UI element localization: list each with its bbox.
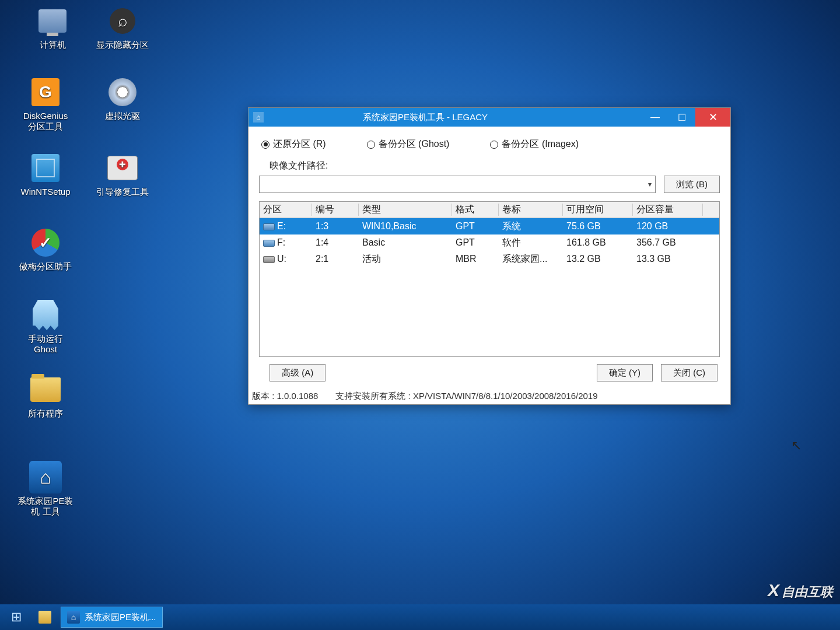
radio-dot-icon <box>367 141 375 149</box>
taskbar-item-pe-installer[interactable]: ⌂系统家园PE装机... <box>61 607 163 628</box>
drive-icon <box>263 256 275 263</box>
titlebar[interactable]: ⌂ 系统家园PE装机工具 - LEGACY — ☐ ✕ <box>249 108 730 127</box>
radio-backup-imagex[interactable]: 备份分区 (Imagex) <box>490 138 579 150</box>
desktop-icon-virtual-cd[interactable]: 虚拟光驱 <box>88 76 158 121</box>
maximize-button[interactable]: ☐ <box>668 108 695 127</box>
desktop-icon-all-programs[interactable]: 所有程序 <box>10 373 80 419</box>
desktop-icon-ghost[interactable]: 手动运行 Ghost <box>10 299 80 355</box>
drive-icon <box>263 223 275 230</box>
taskbar-item-explorer[interactable] <box>33 607 57 628</box>
house-icon: ⌂ <box>67 611 80 624</box>
window-title: 系统家园PE装机工具 - LEGACY <box>267 112 642 123</box>
browse-button[interactable]: 浏览 (B) <box>664 176 720 193</box>
desktop-icon-winntsetup[interactable]: WinNTSetup <box>10 152 80 197</box>
drive-icon <box>263 240 275 247</box>
radio-dot-icon <box>490 141 498 149</box>
ok-button[interactable]: 确定 (Y) <box>597 364 653 382</box>
desktop-icon-computer[interactable]: 计算机 <box>18 5 88 50</box>
pe-installer-window: ⌂ 系统家园PE装机工具 - LEGACY — ☐ ✕ 还原分区 (R) 备份分… <box>248 107 731 405</box>
table-row[interactable]: U:2:1活动MBR系统家园...13.2 GB13.3 GB <box>260 251 719 267</box>
desktop-icon-boot-repair[interactable]: 引导修复工具 <box>88 152 158 197</box>
status-bar: 版本 : 1.0.0.1088 支持安装所有系统 : XP/VISTA/WIN7… <box>249 390 730 404</box>
watermark: X自由互联 <box>768 580 833 601</box>
radio-backup-ghost[interactable]: 备份分区 (Ghost) <box>367 138 450 150</box>
desktop-icon-pe-installer[interactable]: ⌂系统家园PE装 机 工具 <box>10 461 80 517</box>
support-label: 支持安装所有系统 : XP/VISTA/WIN7/8/8.1/10/2003/2… <box>335 391 597 402</box>
cancel-button[interactable]: 关闭 (C) <box>661 364 718 382</box>
close-button[interactable]: ✕ <box>695 108 730 127</box>
image-path-combo[interactable]: ▾ <box>259 176 656 193</box>
desktop-icon-show-hidden-partition[interactable]: ⌕显示隐藏分区 <box>88 5 158 50</box>
desktop-icon-diskgenius[interactable]: GDiskGenius 分区工具 <box>10 76 80 132</box>
image-path-label: 映像文件路径: <box>270 160 720 172</box>
radio-restore[interactable]: 还原分区 (R) <box>261 138 326 150</box>
taskbar: ⊞ ⌂系统家园PE装机... <box>0 604 840 630</box>
chevron-down-icon: ▾ <box>648 180 652 188</box>
version-label: 版本 : 1.0.0.1088 <box>252 391 318 402</box>
desktop-icon-aomei[interactable]: 傲梅分区助手 <box>10 226 80 272</box>
mode-radio-group: 还原分区 (R) 备份分区 (Ghost) 备份分区 (Imagex) <box>259 135 720 160</box>
start-button[interactable]: ⊞ <box>4 606 29 628</box>
table-header: 分区 编号 类型 格式 卷标 可用空间 分区容量 <box>260 202 719 218</box>
minimize-button[interactable]: — <box>642 108 668 127</box>
table-row[interactable]: E:1:3WIN10,BasicGPT系统75.6 GB120 GB <box>260 218 719 235</box>
folder-icon <box>38 611 51 624</box>
partition-table: 分区 编号 类型 格式 卷标 可用空间 分区容量 E:1:3WIN10,Basi… <box>259 201 720 357</box>
app-icon: ⌂ <box>253 112 264 123</box>
table-row[interactable]: F:1:4BasicGPT软件161.8 GB356.7 GB <box>260 235 719 251</box>
radio-dot-icon <box>261 141 270 149</box>
advanced-button[interactable]: 高级 (A) <box>270 364 326 382</box>
